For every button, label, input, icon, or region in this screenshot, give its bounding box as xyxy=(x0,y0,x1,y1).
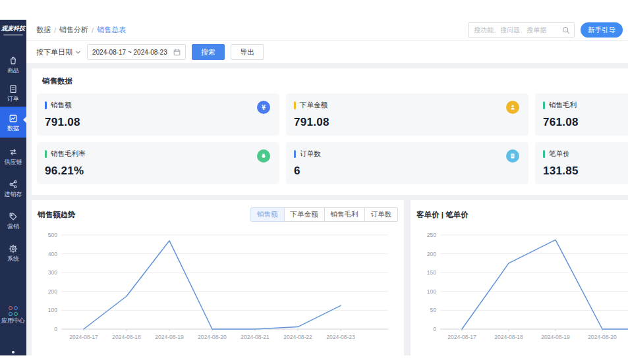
accent-bar xyxy=(45,101,47,109)
search-button[interactable]: 搜索 xyxy=(192,44,225,60)
svg-text:2024-08-18: 2024-08-18 xyxy=(112,334,141,340)
svg-text:150: 150 xyxy=(427,269,436,276)
accent-bar xyxy=(543,150,545,158)
sidebar-item-8-app-center[interactable]: 应用中心 xyxy=(0,301,26,328)
breadcrumb-item-2[interactable]: 销售分析 xyxy=(59,25,88,35)
export-button[interactable]: 导出 xyxy=(231,44,264,60)
stat-value: 6 xyxy=(294,165,521,178)
global-search[interactable] xyxy=(468,22,575,38)
content: 销售数据 销售额 791.08¥ 下单金额 791.08 销售毛利 761.08… xyxy=(26,63,628,355)
sidebar-item-label: 数据 xyxy=(7,126,19,132)
breadcrumb: 数据/销售分析/销售总表 xyxy=(36,25,126,35)
sales-data-panel: 销售数据 销售额 791.08¥ 下单金额 791.08 销售毛利 761.08… xyxy=(32,68,628,195)
stat-label: 订单数 xyxy=(300,149,321,159)
sidebar-item-label: 营销 xyxy=(7,224,19,230)
topbar-right: 新手引导 xyxy=(468,22,623,38)
sidebar-item-label: 订单 xyxy=(7,96,19,102)
sidebar-item-label: 系统 xyxy=(7,256,19,262)
stat-value: 131.85 xyxy=(543,165,628,178)
svg-text:200: 200 xyxy=(48,288,57,295)
charts-row: 销售额趋势 销售额下单金额销售毛利订单数 0100200300400500202… xyxy=(32,200,628,355)
trend-tab-销售毛利[interactable]: 销售毛利 xyxy=(324,207,365,222)
order-doc-icon xyxy=(8,84,18,94)
trend-tab-销售额[interactable]: 销售额 xyxy=(250,207,285,222)
sidebar-item-3-data-chart[interactable]: 数据 xyxy=(0,107,26,138)
search-icon xyxy=(562,26,570,34)
date-range-value: 2024-08-17 ~ 2024-08-23 xyxy=(92,49,167,56)
marketing-tag-icon xyxy=(8,211,18,222)
stat-cards: 销售额 791.08¥ 下单金额 791.08 销售毛利 761.08 销售毛利… xyxy=(37,93,628,184)
receipt-icon xyxy=(506,149,519,163)
stat-card-4: 销售毛利率 96.21% xyxy=(37,142,279,184)
price-per-order-title: 客单价 | 笔单价 xyxy=(416,210,469,220)
price-per-order-panel: 客单价 | 笔单价 0501001502002502024-08-172024-… xyxy=(411,200,628,355)
trend-tab-下单金额[interactable]: 下单金额 xyxy=(284,207,325,222)
svg-text:0: 0 xyxy=(54,326,57,332)
svg-text:300: 300 xyxy=(48,269,57,276)
stat-value: 96.21% xyxy=(45,165,271,178)
stat-label: 销售额 xyxy=(51,101,72,110)
svg-text:0: 0 xyxy=(433,326,436,332)
sidebar-item-label: 商品 xyxy=(7,68,19,74)
accent-bar xyxy=(294,101,296,109)
sales-trend-header: 销售额趋势 销售额下单金额销售毛利订单数 xyxy=(38,207,398,222)
svg-text:2024-08-20: 2024-08-20 xyxy=(588,334,617,340)
svg-text:2024-08-17: 2024-08-17 xyxy=(69,334,98,340)
app-logo: 观麦科技 xyxy=(0,20,26,33)
stat-label: 销售毛利 xyxy=(549,101,577,110)
breadcrumb-separator: / xyxy=(92,26,94,34)
svg-text:2024-08-18: 2024-08-18 xyxy=(494,334,523,340)
breadcrumb-item-3[interactable]: 销售总表 xyxy=(97,25,126,35)
logo-subtext xyxy=(3,34,23,36)
svg-text:100: 100 xyxy=(427,288,436,295)
user-icon xyxy=(506,101,519,114)
date-range-input[interactable]: 2024-08-17 ~ 2024-08-23 xyxy=(87,44,186,60)
goods-bag-icon xyxy=(8,55,18,66)
date-type-select[interactable]: 按下单日期 xyxy=(36,47,81,57)
calendar-icon xyxy=(173,49,181,56)
app-center-icon xyxy=(9,306,18,316)
sales-data-title: 销售数据 xyxy=(42,76,628,86)
accent-bar xyxy=(543,101,545,109)
stat-card-label-row: 销售额 xyxy=(45,101,271,110)
beginner-guide-button[interactable]: 新手引导 xyxy=(581,22,623,38)
svg-text:2024-08-23: 2024-08-23 xyxy=(326,334,355,340)
breadcrumb-item-1[interactable]: 数据 xyxy=(36,25,51,35)
sidebar-scroll-dot xyxy=(12,351,14,353)
svg-text:200: 200 xyxy=(427,251,436,257)
supply-swap-icon xyxy=(8,147,18,157)
sidebar-item-1-goods-bag[interactable]: 商品 xyxy=(0,50,26,78)
breadcrumb-separator: / xyxy=(54,26,56,34)
sidebar-item-4-supply-swap[interactable]: 供应链 xyxy=(0,142,26,170)
trend-tab-订单数[interactable]: 订单数 xyxy=(364,207,399,222)
sidebar-item-6-marketing-tag[interactable]: 营销 xyxy=(0,206,26,234)
svg-text:100: 100 xyxy=(48,307,57,313)
price-per-order-chart: 0501001502002502024-08-172024-08-182024-… xyxy=(416,225,628,355)
svg-text:2024-08-21: 2024-08-21 xyxy=(241,334,270,340)
accent-bar xyxy=(45,150,47,158)
stat-card-2: 下单金额 791.08 xyxy=(286,93,528,136)
sales-trend-title: 销售额趋势 xyxy=(38,210,76,220)
price-per-order-header: 客单价 | 笔单价 xyxy=(416,207,628,222)
sales-trend-chart: 01002003004005002024-08-172024-08-182024… xyxy=(38,225,398,355)
svg-text:250: 250 xyxy=(427,232,436,238)
sidebar-item-7-system-gear[interactable]: 系统 xyxy=(0,238,26,267)
inventory-share-icon xyxy=(8,179,18,190)
stat-card-label-row: 下单金额 xyxy=(294,101,521,110)
sidebar-item-2-order-doc[interactable]: 订单 xyxy=(0,78,26,107)
svg-text:2024-08-20: 2024-08-20 xyxy=(198,334,227,340)
svg-text:2024-08-19: 2024-08-19 xyxy=(155,334,184,340)
date-type-label: 按下单日期 xyxy=(36,47,72,57)
sidebar: 观麦科技 商品订单数据供应链进销存营销 系统 应用中心 xyxy=(0,20,26,355)
stat-label: 笔单价 xyxy=(549,149,570,159)
moneybag-icon xyxy=(257,149,270,163)
stat-card-label-row: 订单数 xyxy=(294,149,521,159)
stat-value: 791.08 xyxy=(294,116,521,129)
stat-card-label-row: 销售毛利 xyxy=(543,101,628,110)
search-input[interactable] xyxy=(474,26,562,34)
sidebar-item-label: 应用中心 xyxy=(1,318,25,324)
svg-text:400: 400 xyxy=(48,251,57,257)
sidebar-item-5-inventory-share[interactable]: 进销存 xyxy=(0,174,26,202)
trend-metric-tabs: 销售额下单金额销售毛利订单数 xyxy=(250,207,398,222)
sidebar-nav: 商品订单数据供应链进销存营销 系统 应用中心 xyxy=(0,45,26,355)
